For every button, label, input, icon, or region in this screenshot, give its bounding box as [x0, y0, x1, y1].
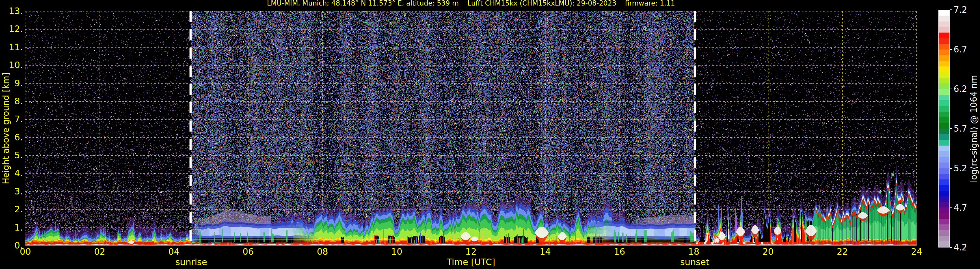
x-tick-label: 22	[837, 247, 848, 257]
x-tick-label: 12	[465, 247, 477, 257]
colorbar-segment	[939, 55, 950, 61]
colorbar-segment	[939, 95, 950, 100]
colorbar-segment	[939, 78, 950, 83]
x-tick-label: 10	[391, 247, 402, 257]
colorbar-segment	[939, 174, 950, 179]
x-tick-label: 02	[94, 247, 105, 257]
colorbar-tick-mark	[950, 128, 952, 129]
y-tick-label: 6.	[0, 133, 23, 143]
colorbar-tick-label: 4.7	[954, 203, 967, 213]
colorbar-tick-label: 5.7	[954, 124, 967, 133]
colorbar-segment	[939, 207, 950, 213]
colorbar-segment	[939, 224, 950, 230]
colorbar-segment	[939, 72, 950, 78]
x-tick-label: 16	[614, 247, 625, 257]
colorbar-tick-label: 4.2	[954, 243, 967, 252]
colorbar-tick-mark	[950, 168, 952, 169]
colorbar-segment	[939, 196, 950, 202]
colorbar-segment	[939, 123, 950, 129]
colorbar-tick-mark	[950, 207, 952, 208]
sunset-annotation: sunset	[680, 257, 710, 267]
colorbar-tick-label: 6.7	[954, 45, 967, 54]
colorbar-segment	[939, 213, 950, 219]
colorbar-tick-mark	[950, 88, 952, 89]
colorbar-segment	[939, 191, 950, 196]
colorbar-tick-label: 7.2	[954, 5, 967, 14]
y-tick-label: 1.	[0, 223, 23, 232]
colorbar-segment	[939, 179, 950, 185]
colorbar-segment	[939, 151, 950, 157]
y-tick-label: 13.	[0, 6, 23, 16]
colorbar-segment	[939, 140, 950, 146]
backscatter-heatmap	[25, 11, 916, 245]
y-tick-label: 8.	[0, 96, 23, 106]
colorbar-segment	[939, 83, 950, 89]
x-tick-label: 06	[243, 247, 254, 257]
x-tick-label: 00	[20, 247, 31, 257]
colorbar-segment	[939, 230, 950, 236]
colorbar-segment	[939, 202, 950, 207]
colorbar-segment	[939, 112, 950, 117]
colorbar-segment	[939, 38, 950, 44]
colorbar-segment	[939, 185, 950, 191]
colorbar-segment	[939, 117, 950, 123]
figure-title: LMU-MIM, Munich; 48.148° N 11.573° E, al…	[25, 0, 916, 7]
y-tick-label: 0.	[0, 241, 23, 250]
y-tick-label: 3.	[0, 187, 23, 196]
colorbar-segment	[939, 163, 950, 168]
y-tick-label: 7.	[0, 114, 23, 124]
colorbar-segment	[939, 106, 950, 112]
colorbar	[939, 10, 950, 248]
colorbar-segment	[939, 146, 950, 151]
colorbar-segment	[939, 50, 950, 55]
colorbar-tick-mark	[950, 10, 952, 10]
colorbar-tick-label: 6.2	[954, 84, 967, 94]
colorbar-segment	[939, 134, 950, 140]
x-axis-label: Time [UTC]	[447, 257, 495, 267]
y-tick-label: 2.	[0, 205, 23, 214]
colorbar-tick-label: 5.2	[954, 163, 967, 173]
colorbar-segment	[939, 89, 950, 95]
colorbar-segment	[939, 66, 950, 72]
colorbar-segment	[939, 44, 950, 50]
colorbar-segment	[939, 27, 950, 32]
colorbar-segment	[939, 32, 950, 38]
y-tick-label: 4.	[0, 168, 23, 178]
x-tick-label: 14	[539, 247, 550, 257]
y-tick-label: 11.	[0, 42, 23, 52]
x-tick-label: 04	[168, 247, 179, 257]
colorbar-segment	[939, 157, 950, 163]
sunrise-annotation: sunrise	[175, 257, 207, 267]
y-tick-label: 10.	[0, 60, 23, 70]
y-tick-label: 12.	[0, 24, 23, 34]
colorbar-segment	[939, 241, 950, 247]
colorbar-segment	[939, 61, 950, 66]
colorbar-segment	[939, 21, 950, 27]
y-tick-label: 9.	[0, 78, 23, 88]
colorbar-segment	[939, 10, 950, 16]
colorbar-segment	[939, 100, 950, 106]
x-tick-label: 18	[688, 247, 699, 257]
colorbar-segment	[939, 16, 950, 21]
colorbar-label: log(rc-signal) @ 1064 nm	[969, 10, 979, 248]
x-tick-label: 20	[762, 247, 773, 257]
colorbar-segment	[939, 129, 950, 134]
colorbar-tick-mark	[950, 247, 952, 248]
colorbar-segment	[939, 236, 950, 241]
colorbar-segment	[939, 219, 950, 224]
y-tick-label: 5.	[0, 151, 23, 160]
x-tick-label: 24	[911, 247, 922, 257]
x-tick-label: 08	[317, 247, 328, 257]
colorbar-segment	[939, 168, 950, 174]
ceilometer-figure: LMU-MIM, Munich; 48.148° N 11.573° E, al…	[0, 0, 980, 269]
colorbar-tick-mark	[950, 49, 952, 50]
